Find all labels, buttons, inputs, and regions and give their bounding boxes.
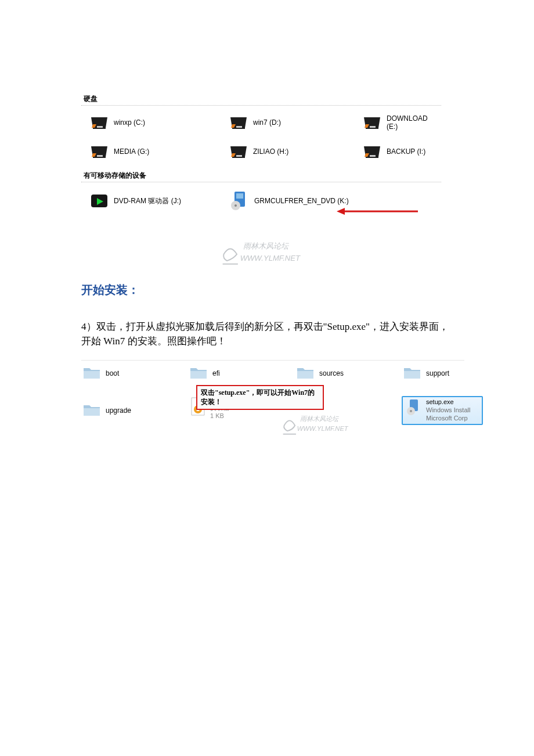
folder-icon [82, 365, 101, 381]
folder-icon [82, 402, 101, 419]
drive-label: DVD-RAM 驱动器 (J:) [114, 196, 181, 206]
drive-label: DOWNLOAD (E:) [387, 114, 438, 131]
file-desc: Windows Install [426, 406, 470, 415]
drive-h[interactable]: ZILIAO (H:) [221, 141, 354, 163]
heading-start-install: 开始安装： [81, 282, 457, 298]
svg-rect-1 [97, 126, 103, 128]
hard-disk-icon [362, 114, 382, 131]
dvd-ram-drive-j[interactable]: DVD-RAM 驱动器 (J:) [81, 188, 221, 214]
folder-label: efi [212, 369, 220, 377]
drive-d[interactable]: win7 (D:) [221, 111, 354, 134]
file-size: 1 KB [210, 412, 229, 420]
drive-label: win7 (D:) [253, 118, 281, 127]
explorer-drives-view: 硬盘 winxp (C:) win7 (D:) DOWNLOAD (E:) [81, 93, 441, 214]
drive-g[interactable]: MEDIA (G:) [81, 141, 221, 163]
svg-rect-10 [97, 155, 103, 157]
drive-label: ZILIAO (H:) [253, 147, 288, 156]
dvd-drive-icon [89, 192, 109, 210]
installer-icon [405, 398, 423, 417]
svg-rect-7 [370, 126, 376, 128]
file-setup-exe[interactable]: setup.exe Windows Install Microsoft Corp [402, 396, 483, 424]
svg-rect-16 [370, 155, 376, 157]
drive-label: GRMCULFRER_EN_DVD (K:) [254, 197, 349, 205]
drive-e[interactable]: DOWNLOAD (E:) [354, 111, 441, 134]
svg-text:WWW.YLMF.NET: WWW.YLMF.NET [240, 254, 301, 262]
hard-disk-icon [229, 143, 248, 160]
explorer-dvd-contents: boot efi sources support [81, 360, 464, 424]
callout-setup-hint: 双击"setup.exe"，即可以开始Win7的安装！ [196, 385, 324, 410]
folder-upgrade[interactable]: upgrade [81, 396, 186, 424]
watermark-logo: 雨林木风论坛 WWW.YLMF.NET [281, 412, 356, 438]
step-4-text: 4）双击，打开从虚拟光驱加载后得到的新分区，再双击"Setup.exe"，进入安… [81, 320, 457, 348]
folder-boot[interactable]: boot [81, 364, 186, 382]
svg-rect-21 [236, 193, 243, 199]
hard-disk-icon [89, 114, 109, 131]
folder-label: support [426, 369, 449, 377]
drive-i[interactable]: BACKUP (I:) [354, 141, 441, 163]
folder-label: upgrade [106, 406, 131, 415]
section-hard-drives: 硬盘 [81, 93, 441, 106]
hard-disk-icon [362, 143, 382, 160]
svg-rect-13 [236, 155, 242, 157]
drive-label: BACKUP (I:) [387, 147, 425, 156]
folder-icon [296, 365, 315, 381]
file-name: setup.exe [426, 398, 470, 406]
folder-label: sources [319, 369, 344, 377]
folder-icon [403, 365, 421, 381]
folder-label: boot [106, 369, 119, 377]
folder-efi[interactable]: efi [188, 364, 293, 382]
drive-label: MEDIA (G:) [114, 147, 149, 156]
svg-text:雨林木风论坛: 雨林木风论坛 [243, 242, 290, 250]
svg-text:雨林木风论坛: 雨林木风论坛 [300, 416, 339, 423]
hard-disk-icon [229, 114, 248, 131]
folder-icon [189, 365, 208, 381]
svg-text:WWW.YLMF.NET: WWW.YLMF.NET [297, 425, 349, 432]
section-removable: 有可移动存储的设备 [81, 170, 441, 182]
folder-sources[interactable]: sources [295, 364, 399, 382]
svg-marker-25 [337, 208, 345, 215]
drive-label: winxp (C:) [114, 118, 145, 127]
watermark-logo: 雨林木风论坛 WWW.YLMF.NET [219, 238, 306, 269]
svg-point-23 [234, 204, 237, 207]
virtual-drive-k[interactable]: GRMCULFRER_EN_DVD (K:) [221, 188, 354, 214]
svg-point-32 [410, 410, 412, 412]
disc-box-icon [229, 190, 250, 211]
drive-c[interactable]: winxp (C:) [81, 111, 221, 134]
red-arrow-icon [337, 207, 418, 213]
hard-disk-icon [89, 143, 109, 160]
svg-rect-4 [236, 126, 242, 128]
file-company: Microsoft Corp [426, 415, 470, 423]
folder-support[interactable]: support [402, 364, 483, 382]
